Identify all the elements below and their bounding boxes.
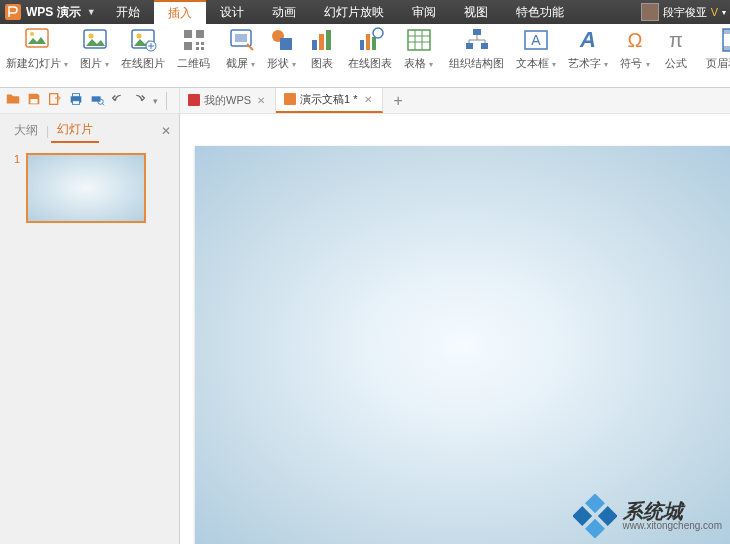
close-tab-icon[interactable]: ✕ (362, 94, 374, 105)
svg-rect-22 (360, 40, 364, 50)
svg-text:π: π (669, 29, 683, 51)
svg-rect-28 (466, 43, 473, 49)
header-footer-icon (719, 26, 730, 54)
shapes-icon (268, 26, 296, 54)
presentation-icon (284, 93, 296, 107)
app-menu-dropdown-icon[interactable]: ▼ (87, 7, 96, 17)
ribbon-textbox-button[interactable]: A文本框 ▾ (510, 26, 562, 71)
workspace: 大纲 | 幻灯片 ✕ 1 (0, 114, 730, 544)
new-slide-icon (23, 26, 51, 54)
svg-rect-47 (597, 506, 616, 526)
qat-save-button[interactable] (25, 92, 43, 110)
qat-open-button[interactable] (4, 92, 22, 110)
divider: | (46, 124, 49, 138)
svg-rect-46 (585, 494, 605, 513)
menu-tab-1[interactable]: 插入 (154, 0, 206, 24)
ribbon-screenshot-button[interactable]: 截屏 ▾ (220, 26, 261, 71)
document-tab-0[interactable]: 我的WPS✕ (179, 88, 276, 113)
chevron-down-icon: ▾ (722, 8, 726, 17)
menu-tabs: 开始插入设计动画幻灯片放映审阅视图特色功能 (102, 0, 578, 24)
slide-thumbnail[interactable] (26, 153, 146, 223)
svg-rect-16 (235, 34, 247, 42)
thumbnail-list: 1 (0, 143, 179, 544)
folder-open-icon (5, 91, 21, 111)
qat-redo-button[interactable] (130, 92, 148, 110)
qat-print-preview-button[interactable] (88, 92, 106, 110)
svg-rect-13 (196, 47, 199, 50)
ribbon-chart-button[interactable]: 图表 (302, 26, 342, 71)
close-pane-icon[interactable]: ✕ (161, 124, 171, 138)
user-name: 段宇俊亚 (663, 5, 707, 20)
export-icon (47, 91, 63, 111)
menu-tab-2[interactable]: 设计 (206, 0, 258, 24)
orgchart-icon (463, 26, 491, 54)
doc-tab-label: 演示文稿1 * (300, 92, 357, 107)
close-tab-icon[interactable]: ✕ (255, 95, 267, 106)
list-item: 1 (10, 153, 169, 223)
ribbon-label: 文本框 ▾ (516, 56, 556, 71)
add-document-button[interactable]: + (386, 92, 411, 110)
ribbon-symbol-button[interactable]: Ω符号 ▾ (614, 26, 655, 71)
document-tabs: 我的WPS✕演示文稿1 *✕ (179, 88, 383, 113)
menu-tab-0[interactable]: 开始 (102, 0, 154, 24)
ribbon: 新建幻灯片 ▾图片 ▾在线图片二维码截屏 ▾形状 ▾图表在线图表表格 ▾组织结构… (0, 24, 730, 88)
watermark-logo-icon (573, 494, 617, 538)
ribbon-label: 截屏 ▾ (226, 56, 255, 71)
svg-rect-23 (366, 34, 370, 50)
svg-rect-8 (184, 30, 192, 38)
svg-rect-12 (201, 42, 204, 45)
divider (166, 92, 167, 110)
user-area[interactable]: 段宇俊亚 V ▾ (641, 3, 730, 21)
ribbon-header-footer-button[interactable]: 页眉和页脚 (700, 26, 731, 71)
side-panel: 大纲 | 幻灯片 ✕ 1 (0, 114, 180, 544)
wordart-icon: A (574, 26, 602, 54)
ribbon-new-slide-button[interactable]: 新建幻灯片 ▾ (0, 26, 74, 71)
ribbon-equation-button[interactable]: π公式 (656, 26, 696, 71)
ribbon-picture-button[interactable]: 图片 ▾ (74, 26, 115, 71)
ribbon-label: 表格 ▾ (404, 56, 433, 71)
watermark-text: 系统城 (623, 501, 723, 521)
svg-text:A: A (579, 27, 596, 52)
ribbon-label: 符号 ▾ (620, 56, 649, 71)
qat-undo-button[interactable] (109, 92, 127, 110)
tab-slides[interactable]: 幻灯片 (51, 118, 99, 143)
menu-tab-5[interactable]: 审阅 (398, 0, 450, 24)
ribbon-shapes-button[interactable]: 形状 ▾ (261, 26, 302, 71)
ribbon-label: 在线图片 (121, 56, 165, 71)
slide-canvas[interactable] (195, 146, 730, 544)
svg-rect-36 (723, 29, 730, 34)
quick-access-toolbar: ▾ 我的WPS✕演示文稿1 *✕ + (0, 88, 730, 114)
menu-tab-7[interactable]: 特色功能 (502, 0, 578, 24)
ribbon-label: 公式 (665, 56, 687, 71)
tab-outline[interactable]: 大纲 (8, 119, 44, 142)
svg-text:A: A (532, 32, 542, 48)
ribbon-table-button[interactable]: 表格 ▾ (398, 26, 439, 71)
ribbon-label: 二维码 (177, 56, 210, 71)
svg-point-4 (88, 34, 93, 39)
qat-print-button[interactable] (67, 92, 85, 110)
svg-rect-26 (408, 30, 430, 50)
ribbon-online-chart-button[interactable]: 在线图表 (342, 26, 398, 71)
ribbon-wordart-button[interactable]: A艺术字 ▾ (562, 26, 614, 71)
ribbon-qrcode-button[interactable]: 二维码 (171, 26, 216, 71)
watermark: 系统城 www.xitongcheng.com (573, 494, 723, 538)
online-chart-icon (356, 26, 384, 54)
svg-rect-21 (326, 30, 331, 50)
ribbon-online-pic-button[interactable]: 在线图片 (115, 26, 171, 71)
svg-rect-27 (473, 29, 481, 35)
menu-tab-6[interactable]: 视图 (450, 0, 502, 24)
watermark-url: www.xitongcheng.com (623, 521, 723, 531)
menu-tab-3[interactable]: 动画 (258, 0, 310, 24)
menu-tab-4[interactable]: 幻灯片放映 (310, 0, 398, 24)
picture-icon (81, 26, 109, 54)
titlebar: WPS 演示 ▼ 开始插入设计动画幻灯片放映审阅视图特色功能 段宇俊亚 V ▾ (0, 0, 730, 24)
svg-rect-9 (196, 30, 204, 38)
svg-rect-29 (481, 43, 488, 49)
qat-dropdown-icon[interactable]: ▾ (151, 96, 160, 106)
document-tab-1[interactable]: 演示文稿1 *✕ (276, 88, 382, 113)
svg-rect-24 (372, 37, 376, 50)
app-name: WPS 演示 (26, 4, 81, 21)
ribbon-orgchart-button[interactable]: 组织结构图 (443, 26, 510, 71)
qat-export-button[interactable] (46, 92, 64, 110)
textbox-icon: A (522, 26, 550, 54)
